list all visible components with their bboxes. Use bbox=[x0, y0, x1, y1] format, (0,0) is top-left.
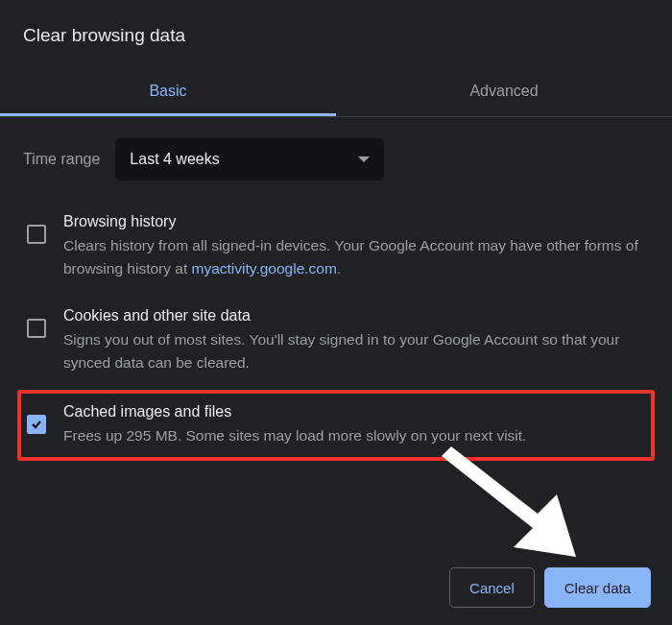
option-desc: Clears history from all signed-in device… bbox=[63, 234, 645, 280]
option-desc-text-a: Clears history from all signed-in device… bbox=[63, 237, 638, 276]
option-text: Browsing history Clears history from all… bbox=[63, 213, 645, 280]
clear-browsing-data-dialog: Clear browsing data Basic Advanced Time … bbox=[0, 0, 672, 625]
cancel-button-label: Cancel bbox=[469, 580, 515, 596]
dialog-title: Clear browsing data bbox=[23, 25, 649, 46]
highlight-annotation: Cached images and files Frees up 295 MB.… bbox=[17, 390, 655, 461]
checkbox-browsing-history[interactable] bbox=[27, 225, 46, 244]
tab-advanced-label: Advanced bbox=[469, 83, 538, 99]
tab-basic-label: Basic bbox=[149, 83, 186, 99]
option-desc: Signs you out of most sites. You'll stay… bbox=[63, 328, 645, 374]
option-cache: Cached images and files Frees up 295 MB.… bbox=[27, 403, 645, 447]
checkbox-cache[interactable] bbox=[27, 415, 46, 434]
option-title: Cookies and other site data bbox=[63, 307, 645, 325]
clear-data-button[interactable]: Clear data bbox=[544, 567, 651, 608]
my-activity-link[interactable]: myactivity.google.com bbox=[192, 260, 337, 276]
dialog-body: Time range Last 4 weeks Browsing history… bbox=[0, 117, 672, 461]
clear-data-button-label: Clear data bbox=[564, 580, 631, 596]
tab-advanced[interactable]: Advanced bbox=[336, 69, 672, 116]
dialog-header: Clear browsing data bbox=[0, 0, 672, 56]
option-text: Cached images and files Frees up 295 MB.… bbox=[63, 403, 645, 447]
time-range-value: Last 4 weeks bbox=[130, 151, 219, 168]
option-browsing-history: Browsing history Clears history from all… bbox=[23, 207, 649, 301]
tab-bar: Basic Advanced bbox=[0, 69, 672, 117]
option-desc-text-b: . bbox=[337, 260, 341, 276]
arrow-annotation-icon bbox=[422, 446, 576, 571]
option-desc: Frees up 295 MB. Some sites may load mor… bbox=[63, 424, 645, 447]
time-range-label: Time range bbox=[23, 151, 100, 168]
time-range-select[interactable]: Last 4 weeks bbox=[115, 138, 384, 180]
dialog-footer: Cancel Clear data bbox=[0, 567, 672, 625]
checkmark-icon bbox=[31, 419, 42, 430]
option-title: Cached images and files bbox=[63, 403, 645, 421]
checkbox-cookies[interactable] bbox=[27, 319, 46, 338]
cancel-button[interactable]: Cancel bbox=[449, 567, 535, 608]
tab-basic[interactable]: Basic bbox=[0, 69, 336, 116]
time-range-row: Time range Last 4 weeks bbox=[23, 138, 649, 180]
option-text: Cookies and other site data Signs you ou… bbox=[63, 307, 645, 374]
caret-down-icon bbox=[358, 156, 370, 162]
option-cookies: Cookies and other site data Signs you ou… bbox=[23, 301, 649, 396]
option-title: Browsing history bbox=[63, 213, 645, 230]
